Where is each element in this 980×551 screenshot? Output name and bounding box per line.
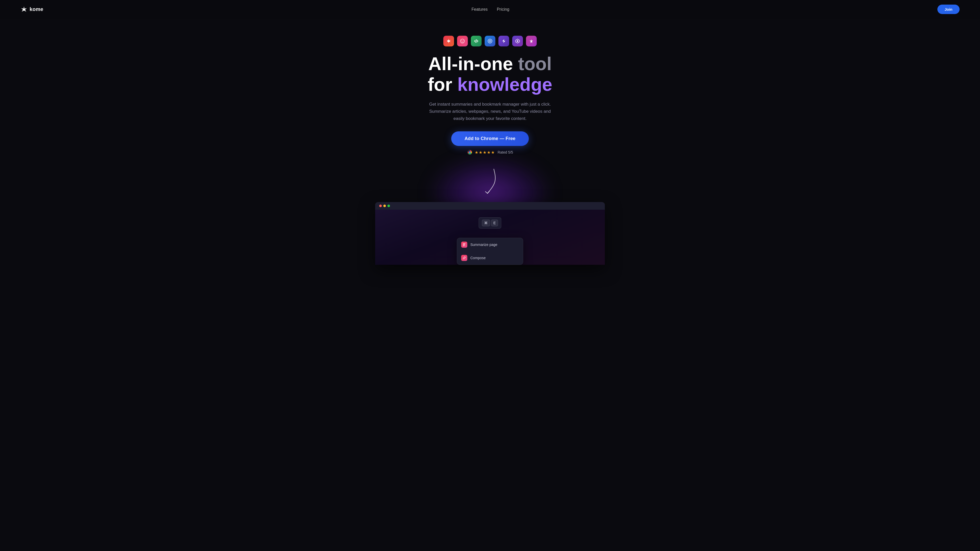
compose-label: Compose bbox=[470, 256, 486, 260]
app-icons-row bbox=[443, 36, 537, 46]
hero-heading: All-in-one tool for knowledge bbox=[428, 54, 552, 95]
svg-point-5 bbox=[490, 41, 490, 41]
rating-label: Rated 5/5 bbox=[498, 150, 513, 154]
heading-for: for bbox=[428, 74, 452, 95]
cta-add-to-chrome-button[interactable]: Add to Chrome — Free bbox=[451, 131, 529, 146]
menu-item-summarize[interactable]: Summarize page bbox=[457, 238, 523, 251]
app-icon-5 bbox=[498, 36, 509, 46]
logo-text: kome bbox=[30, 6, 43, 12]
window-dot-maximize bbox=[387, 205, 390, 207]
hero-section: All-in-one tool for knowledge Get instan… bbox=[0, 0, 980, 280]
svg-point-1 bbox=[461, 40, 462, 41]
svg-point-0 bbox=[460, 39, 465, 43]
summarize-label: Summarize page bbox=[470, 243, 497, 247]
keyboard-shortcut-badge: ⌘ E bbox=[479, 218, 501, 229]
nav-pricing-link[interactable]: Pricing bbox=[497, 7, 509, 11]
star-5: ★ bbox=[491, 150, 495, 155]
nav-features-link[interactable]: Features bbox=[471, 7, 487, 11]
app-icon-7 bbox=[526, 36, 537, 46]
join-button[interactable]: Join bbox=[937, 5, 959, 14]
heading-knowledge: knowledge bbox=[457, 74, 552, 95]
browser-window: ⌘ E Summarize p bbox=[375, 202, 605, 265]
nav-links: Features Pricing bbox=[471, 7, 509, 12]
svg-point-9 bbox=[469, 151, 471, 153]
cursor-sketch bbox=[480, 165, 500, 197]
hero-subtext: Get instant summaries and bookmark manag… bbox=[424, 101, 556, 122]
heading-tool-word: tool bbox=[518, 54, 552, 74]
svg-point-2 bbox=[463, 40, 463, 41]
compose-icon bbox=[461, 255, 467, 261]
star-3: ★ bbox=[483, 150, 487, 155]
menu-item-compose[interactable]: Compose bbox=[457, 251, 523, 265]
star-4: ★ bbox=[487, 150, 490, 155]
svg-rect-13 bbox=[463, 246, 465, 246]
app-icon-6 bbox=[512, 36, 523, 46]
app-icon-3 bbox=[471, 36, 482, 46]
logo-icon bbox=[21, 6, 27, 13]
logo-link[interactable]: kome bbox=[21, 6, 43, 13]
window-dot-minimize bbox=[383, 205, 386, 207]
app-icon-4 bbox=[485, 36, 495, 46]
svg-rect-11 bbox=[463, 244, 465, 245]
cmd-key: ⌘ bbox=[482, 220, 490, 226]
popup-menu: Summarize page Compose bbox=[457, 238, 523, 265]
browser-preview: ⌘ E Summarize p bbox=[375, 202, 605, 265]
summarize-icon bbox=[461, 241, 467, 248]
star-1: ★ bbox=[475, 150, 478, 155]
chrome-icon bbox=[467, 149, 473, 155]
rating-row: ★ ★ ★ ★ ★ Rated 5/5 bbox=[467, 149, 513, 155]
app-icon-2 bbox=[457, 36, 468, 46]
svg-rect-10 bbox=[463, 243, 466, 244]
svg-point-6 bbox=[517, 40, 518, 42]
stars-row: ★ ★ ★ ★ ★ bbox=[475, 150, 495, 155]
navbar: kome Features Pricing Join bbox=[0, 0, 980, 19]
heading-all-in-one: All-in-one bbox=[428, 54, 513, 74]
app-icon-1 bbox=[443, 36, 454, 46]
browser-titlebar bbox=[375, 202, 605, 210]
e-key: E bbox=[491, 220, 498, 226]
star-2: ★ bbox=[479, 150, 482, 155]
browser-content: ⌘ E Summarize p bbox=[375, 210, 605, 265]
svg-rect-12 bbox=[463, 245, 465, 245]
window-dot-close bbox=[379, 205, 382, 207]
